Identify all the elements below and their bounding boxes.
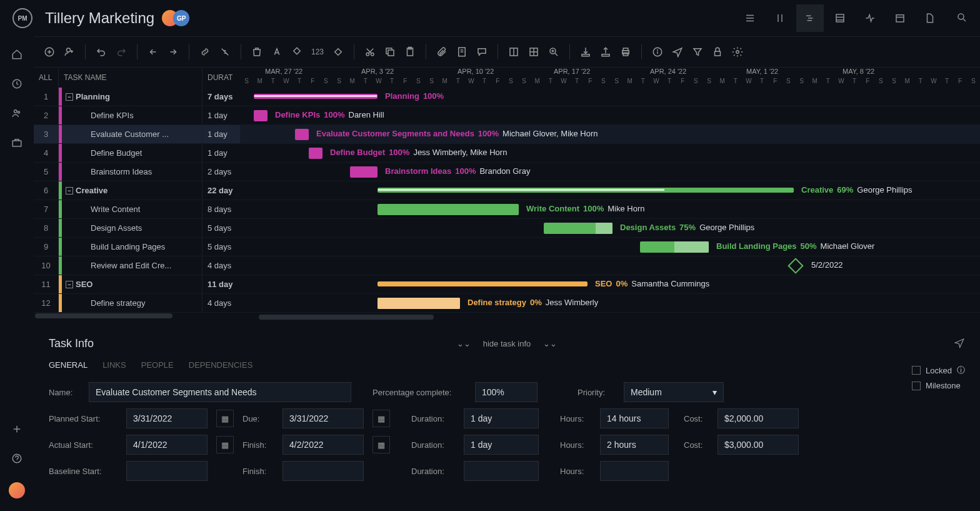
table-row[interactable]: 7Write Content8 days [34,200,240,219]
number-icon[interactable]: 123 [311,48,324,56]
app-logo-icon[interactable]: PM [12,8,32,28]
copy-icon[interactable] [384,46,396,58]
calendar-icon[interactable]: ▦ [372,410,390,427]
gantt-bar[interactable] [254,94,378,99]
print-icon[interactable] [620,46,631,58]
gantt-bar[interactable] [309,148,322,159]
grid-icon[interactable] [528,46,539,58]
tab-links[interactable]: LINKS [102,360,126,370]
tab-dependencies[interactable]: DEPENDENCIES [189,360,253,370]
file-view-icon[interactable] [916,4,944,32]
calendar-icon[interactable]: ▦ [372,436,390,453]
pct-input[interactable] [475,382,538,402]
gantt-view-icon[interactable] [796,4,824,32]
collapse-icon[interactable]: − [66,93,73,101]
fill-color-icon[interactable] [291,46,302,58]
link-icon[interactable] [199,46,211,58]
collapse-icon[interactable]: − [66,187,73,195]
activity-view-icon[interactable] [856,4,884,32]
zoom-icon[interactable] [548,46,559,58]
gantt-row[interactable]: Evaluate Customer Segments and Needs 100… [240,125,980,144]
gantt-row[interactable]: Creative 69% George Phillips [240,181,980,200]
table-row[interactable]: 1−Planning7 days [34,88,240,106]
name-input[interactable] [89,382,351,402]
lock-icon[interactable] [712,46,723,58]
table-row[interactable]: 12Define strategy4 days [34,294,240,313]
delete-icon[interactable] [251,46,262,58]
export-icon[interactable] [600,46,611,58]
send-icon[interactable] [954,337,965,350]
gantt-bar[interactable] [640,241,709,253]
undo-icon[interactable] [96,46,107,58]
redo-icon[interactable] [116,46,127,58]
board-view-icon[interactable] [766,4,794,32]
table-row[interactable]: 9Build Landing Pages5 days [34,238,240,256]
member-avatars[interactable]: GP [167,10,189,26]
table-row[interactable]: 5Brainstorm Ideas2 days [34,163,240,181]
attach-icon[interactable] [436,46,448,58]
col-name[interactable]: TASK NAME [59,68,202,88]
col-all[interactable]: ALL [34,68,59,88]
gantt-bar[interactable] [254,110,268,121]
tab-people[interactable]: PEOPLE [141,360,174,370]
hours-input[interactable] [600,408,669,428]
priority-select[interactable]: Medium▾ [624,382,724,402]
gantt-bar[interactable] [378,188,794,193]
table-scrollbar[interactable] [34,313,240,319]
table-row[interactable]: 11−SEO11 day [34,275,240,294]
finish-input[interactable] [282,435,364,455]
milestone-checkbox[interactable]: Milestone [912,381,965,390]
filter-icon[interactable] [692,46,703,58]
gantt-scrollbar[interactable] [240,314,980,320]
gantt-bar[interactable] [350,166,378,178]
comment-icon[interactable] [476,46,488,58]
gantt-row[interactable]: Design Assets 75% George Phillips [240,219,980,238]
indent-icon[interactable] [168,46,179,58]
info-icon[interactable] [652,46,663,58]
table-row[interactable]: 6−Creative22 day [34,181,240,200]
calendar-icon[interactable]: ▦ [216,436,234,453]
outdent-icon[interactable] [148,46,159,58]
duration-input[interactable] [464,435,539,455]
gantt-bar[interactable] [378,281,588,286]
table-row[interactable]: 3Evaluate Customer ...1 day [34,125,240,144]
cost-input[interactable] [718,408,799,428]
columns-icon[interactable] [508,46,519,58]
info-icon[interactable]: ⓘ [957,365,965,376]
gantt-row[interactable]: 5/2/2022 [240,256,980,275]
table-row[interactable]: 2Define KPIs1 day [34,106,240,125]
table-row[interactable]: 10Review and Edit Cre...4 days [34,256,240,275]
gantt-bar[interactable] [295,129,309,140]
home-icon[interactable] [11,49,22,62]
baseline-hours-input[interactable] [600,461,669,481]
milestone-icon[interactable] [332,46,344,58]
hours-input[interactable] [600,435,669,455]
import-icon[interactable] [580,46,591,58]
duration-input[interactable] [464,408,539,428]
gantt-row[interactable]: Define Budget 100% Jess Wimberly, Mike H… [240,144,980,163]
gantt-row[interactable]: Define strategy 0% Jess Wimberly [240,294,980,313]
send-icon[interactable] [672,46,683,58]
paste-icon[interactable] [404,46,416,58]
col-duration[interactable]: DURAT [202,68,240,88]
gantt-bar[interactable] [378,298,460,309]
gantt-row[interactable]: Write Content 100% Mike Horn [240,200,980,219]
search-icon[interactable] [956,12,968,25]
gantt-row[interactable]: Planning 100% [240,88,980,106]
settings-icon[interactable] [732,46,743,58]
text-color-icon[interactable] [271,46,282,58]
table-row[interactable]: 4Define Budget1 day [34,144,240,163]
hide-task-info-button[interactable]: ⌄⌄ hide task info ⌄⌄ [457,339,558,348]
cut-icon[interactable] [364,46,376,58]
add-icon[interactable] [11,423,22,437]
gantt-row[interactable]: Brainstorm Ideas 100% Brandon Gray [240,163,980,181]
planned-start-input[interactable] [126,408,208,428]
gantt-row[interactable]: SEO 0% Samantha Cummings [240,275,980,294]
gantt-bar[interactable] [378,204,519,215]
notes-icon[interactable] [456,46,468,58]
table-row[interactable]: 8Design Assets5 days [34,219,240,238]
unlink-icon[interactable] [219,46,231,58]
avatar[interactable]: GP [173,10,189,26]
gantt-row[interactable]: Build Landing Pages 50% Michael Glover [240,238,980,256]
calendar-view-icon[interactable] [886,4,914,32]
